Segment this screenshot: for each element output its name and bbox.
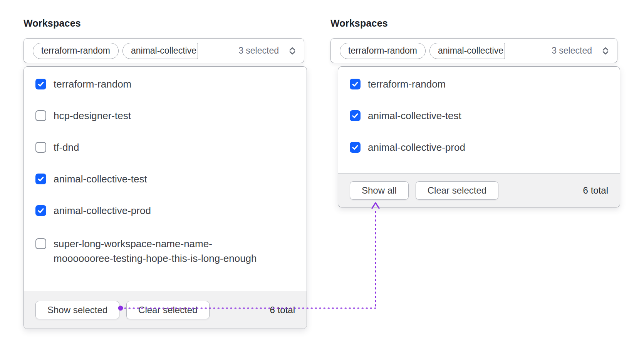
option-label: hcp-designer-test bbox=[54, 108, 131, 123]
checkmark-icon bbox=[350, 110, 361, 121]
option-label: tf-dnd bbox=[54, 140, 79, 155]
option-label: super-long-workspace-name-name- moooooor… bbox=[54, 236, 257, 266]
option-row[interactable]: terraform-random bbox=[24, 68, 307, 100]
total-count: 6 total bbox=[583, 185, 608, 196]
total-count: 6 total bbox=[270, 305, 295, 315]
filter-tag[interactable]: terraform-random bbox=[340, 43, 426, 59]
chevron-up-down-icon bbox=[601, 46, 610, 56]
checkbox[interactable] bbox=[350, 79, 361, 89]
clear-selected-button[interactable]: Clear selected bbox=[126, 301, 209, 319]
option-label: animal-collective-prod bbox=[368, 140, 465, 155]
filter-tag-clipped[interactable]: animal-collective bbox=[429, 43, 505, 59]
option-label: animal-collective-test bbox=[54, 172, 147, 186]
option-row[interactable]: animal-collective-prod bbox=[24, 195, 307, 226]
option-label: terraform-random bbox=[54, 77, 131, 91]
option-label: animal-collective-prod bbox=[54, 203, 151, 218]
checkmark-icon bbox=[35, 174, 46, 184]
checkbox[interactable] bbox=[35, 110, 46, 121]
checkbox[interactable] bbox=[350, 110, 361, 121]
show-selected-button[interactable]: Show selected bbox=[35, 301, 119, 319]
chevron-up-down-icon bbox=[288, 46, 297, 56]
multiselect-trigger[interactable]: terraform-random animal-collective 3 sel… bbox=[23, 38, 304, 63]
checkbox[interactable] bbox=[35, 174, 46, 184]
list-footer: Show selected Clear selected 6 total bbox=[24, 291, 307, 329]
option-row[interactable]: terraform-random bbox=[338, 68, 620, 100]
option-row[interactable]: animal-collective-test bbox=[338, 100, 620, 132]
options-list: terraform-random hcp-designer-test tf-dn… bbox=[24, 67, 307, 291]
clear-selected-button[interactable]: Clear selected bbox=[416, 181, 498, 200]
checkmark-icon bbox=[35, 79, 46, 89]
option-row[interactable]: animal-collective-prod bbox=[338, 132, 620, 163]
multiselect-trigger[interactable]: terraform-random animal-collective 3 sel… bbox=[330, 38, 617, 63]
checkmark-icon bbox=[350, 142, 361, 153]
filter-tag[interactable]: terraform-random bbox=[33, 43, 119, 59]
checkbox[interactable] bbox=[35, 205, 46, 216]
checkbox[interactable] bbox=[35, 238, 46, 249]
multiselect-listbox: terraform-random animal-collective-test … bbox=[338, 66, 620, 207]
list-footer: Show all Clear selected 6 total bbox=[338, 174, 620, 207]
option-row[interactable]: hcp-designer-test bbox=[24, 100, 307, 132]
option-label: terraform-random bbox=[368, 77, 446, 91]
multiselect-listbox: terraform-random hcp-designer-test tf-dn… bbox=[23, 66, 307, 329]
workspaces-label: Workspaces bbox=[330, 18, 388, 29]
options-list: terraform-random animal-collective-test … bbox=[338, 67, 620, 174]
checkmark-icon bbox=[35, 205, 46, 216]
checkbox[interactable] bbox=[35, 79, 46, 89]
show-all-button[interactable]: Show all bbox=[350, 181, 409, 200]
selected-count: 3 selected bbox=[238, 46, 279, 56]
option-row[interactable]: tf-dnd bbox=[24, 132, 307, 163]
checkbox[interactable] bbox=[350, 142, 361, 153]
option-label: animal-collective-test bbox=[368, 108, 461, 123]
option-row[interactable]: super-long-workspace-name-name- moooooor… bbox=[24, 226, 307, 276]
checkmark-icon bbox=[350, 79, 361, 89]
filter-tag-clipped[interactable]: animal-collective bbox=[122, 43, 198, 59]
workspaces-label: Workspaces bbox=[23, 18, 81, 29]
checkbox[interactable] bbox=[35, 142, 46, 153]
option-row[interactable]: animal-collective-test bbox=[24, 163, 307, 195]
selected-count: 3 selected bbox=[552, 46, 592, 56]
